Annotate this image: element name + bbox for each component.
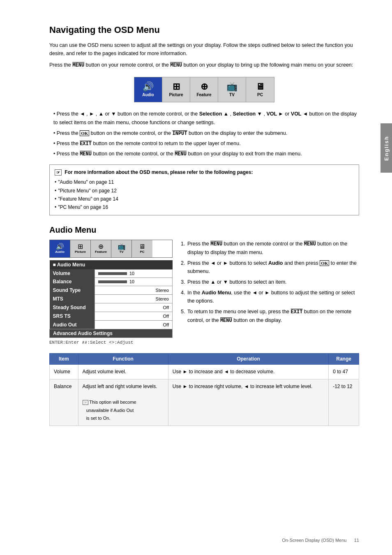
osd-row-balance: Balance 10 xyxy=(50,278,173,286)
menu-icon-audio[interactable]: 🔊 Audio xyxy=(134,77,162,102)
nav-bullet-4: Press the MENU button on the remote cont… xyxy=(53,150,359,158)
table-cell-volume-operation: Use ► to increase and ◄ to decrease volu… xyxy=(168,364,328,379)
audio-right-panel: 1. Press the MENU button on the remote c… xyxy=(181,240,359,345)
table-row-balance: Balance Adjust left and right volume lev… xyxy=(50,379,359,426)
osd-row-steadysound: Steady Sound Off xyxy=(50,303,173,312)
nav-bullet-1: Press the ◄ , ► , ▲ or ▼ button on the r… xyxy=(53,110,359,127)
info-box-list: "Audio Menu" on page 11 "Picture Menu" o… xyxy=(55,178,354,212)
enter-hint: ENTER:Enter ∧∨:Select <>:Adjust xyxy=(49,340,173,345)
col-header-operation: Operation xyxy=(168,353,328,364)
pc-icon: 🖥 xyxy=(256,82,265,91)
audio-icon: 🔊 xyxy=(143,82,154,91)
menu-icons: 🔊 Audio ⊞ Picture ⊕ Feature 📺 TV 🖥 PC xyxy=(134,77,274,102)
mini-icon-tv: 📺 TV xyxy=(111,240,132,257)
table-cell-balance-function: Adjust left and right volume levels. ☞ T… xyxy=(78,379,168,426)
col-header-function: Function xyxy=(78,353,168,364)
mini-icon-feature: ⊕ Feature xyxy=(91,240,111,257)
osd-row-soundtype: Sound Type Stereo xyxy=(50,286,173,294)
info-box-header: ☞ For more information about the OSD men… xyxy=(55,168,354,176)
osd-row-mts: MTS Stereo xyxy=(50,294,173,303)
step-4: 4. In the Audio Menu, use the ◄ or ► but… xyxy=(181,289,359,305)
steps-list: 1. Press the MENU button on the remote c… xyxy=(181,240,359,325)
osd-menu-table: ■ Audio Menu Volume 10 Balance xyxy=(49,260,173,338)
table-cell-balance-range: -12 to 12 xyxy=(329,379,359,426)
table-cell-balance-item: Balance xyxy=(50,379,78,426)
audio-left-panel: 🔊 Audio ⊞ Picture ⊕ Feature 📺 TV 🖥 xyxy=(49,240,173,345)
col-header-range: Range xyxy=(329,353,359,364)
page-footer: On-Screen Display (OSD) Menu 11 xyxy=(282,538,359,543)
osd-row-srsts: SRS TS Off xyxy=(50,312,173,320)
menu-key2: MENU xyxy=(170,62,182,68)
table-cell-volume-item: Volume xyxy=(50,364,78,379)
step-1: 1. Press the MENU button on the remote c… xyxy=(181,240,359,257)
step-5: 5. To return to the menu one level up, p… xyxy=(181,308,359,325)
feature-icon: ⊕ xyxy=(201,82,208,91)
info-item-1: "Audio Menu" on page 11 xyxy=(55,178,354,186)
menu-icon-picture[interactable]: ⊞ Picture xyxy=(162,77,190,102)
osd-row-advanced: Advanced Audio Settings xyxy=(50,329,173,338)
mini-icon-pc: 🖥 PC xyxy=(132,240,152,257)
footer-text: On-Screen Display (OSD) Menu xyxy=(282,538,346,543)
table-cell-volume-function: Adjust volume level. xyxy=(78,364,168,379)
nav-bullets: Press the ◄ , ► , ▲ or ▼ button on the r… xyxy=(49,110,359,159)
osd-row-audioout: Audio Out Off xyxy=(50,320,173,329)
page-title: Navigating the OSD Menu xyxy=(49,25,359,35)
osd-row-volume: Volume 10 xyxy=(50,269,173,278)
menu-icons-container: 🔊 Audio ⊞ Picture ⊕ Feature 📺 TV 🖥 PC xyxy=(49,77,359,102)
mini-menu-icons: 🔊 Audio ⊞ Picture ⊕ Feature 📺 TV 🖥 xyxy=(49,240,173,258)
menu-icon-pc[interactable]: 🖥 PC xyxy=(246,77,274,102)
osd-menu-header: ■ Audio Menu xyxy=(50,260,173,270)
nav-bullet-2: Press the OK button on the remote contro… xyxy=(53,129,359,138)
info-item-4: "PC Menu" on page 16 xyxy=(55,203,354,211)
footer-page: 11 xyxy=(354,538,359,543)
intro-para1: You can use the OSD menu screen to adjus… xyxy=(49,41,359,58)
nav-bullet-3: Press the EXIT button on the remote cont… xyxy=(53,139,359,148)
step-3: 3. Press the ▲ or ▼ buttons to select an… xyxy=(181,278,359,286)
info-item-2: "Picture Menu" on page 12 xyxy=(55,187,354,195)
table-cell-balance-operation: Use ► to increase right volume, ◄ to inc… xyxy=(168,379,328,426)
mini-icon-picture: ⊞ Picture xyxy=(70,240,91,257)
audio-section: 🔊 Audio ⊞ Picture ⊕ Feature 📺 TV 🖥 xyxy=(49,240,359,345)
intro-para2: Press the MENU button on your remote con… xyxy=(49,61,359,69)
tv-icon: 📺 xyxy=(226,82,238,91)
audio-menu-title: Audio Menu xyxy=(49,225,359,235)
volume-bar xyxy=(98,272,127,275)
main-table: Item Function Operation Range Volume Adj… xyxy=(49,353,359,426)
menu-icon-feature[interactable]: ⊕ Feature xyxy=(190,77,218,102)
table-row-volume: Volume Adjust volume level. Use ► to inc… xyxy=(50,364,359,379)
mini-icon-audio: 🔊 Audio xyxy=(50,240,70,257)
table-cell-volume-range: 0 to 47 xyxy=(329,364,359,379)
balance-bar xyxy=(98,280,127,283)
info-box: ☞ For more information about the OSD men… xyxy=(49,164,359,215)
picture-icon: ⊞ xyxy=(173,82,180,91)
step-2: 2. Press the ◄ or ► buttons to select Au… xyxy=(181,259,359,275)
menu-icon-tv[interactable]: 📺 TV xyxy=(218,77,246,102)
menu-key1: MENU xyxy=(72,62,84,68)
info-item-3: "Feature Menu" on page 14 xyxy=(55,195,354,203)
col-header-item: Item xyxy=(50,353,78,364)
